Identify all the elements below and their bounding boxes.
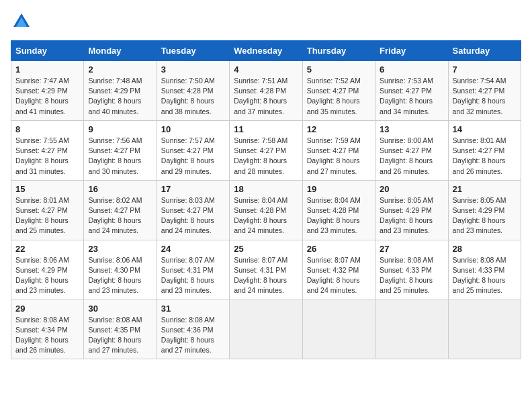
table-row: 27 Sunrise: 8:08 AM Sunset: 4:33 PM Dayl…: [375, 240, 448, 300]
table-row: 26 Sunrise: 8:07 AM Sunset: 4:32 PM Dayl…: [302, 240, 375, 300]
day-number: 23: [88, 244, 152, 254]
day-info: Sunrise: 8:03 AM Sunset: 4:27 PM Dayligh…: [161, 195, 225, 236]
table-row: 4 Sunrise: 7:51 AM Sunset: 4:28 PM Dayli…: [230, 61, 302, 121]
day-number: 6: [380, 64, 443, 75]
column-header-saturday: Saturday: [448, 41, 521, 61]
calendar-week-3: 15 Sunrise: 8:01 AM Sunset: 4:27 PM Dayl…: [11, 180, 521, 240]
day-number: 8: [15, 124, 79, 134]
calendar-table: SundayMondayTuesdayWednesdayThursdayFrid…: [11, 40, 521, 359]
table-row: 12 Sunrise: 7:59 AM Sunset: 4:27 PM Dayl…: [302, 120, 375, 180]
day-number: 15: [15, 184, 79, 194]
table-row: 13 Sunrise: 8:00 AM Sunset: 4:27 PM Dayl…: [375, 120, 448, 180]
day-number: 14: [453, 124, 517, 134]
table-row: 16 Sunrise: 8:02 AM Sunset: 4:27 PM Dayl…: [84, 180, 157, 240]
day-number: 11: [234, 124, 298, 134]
day-info: Sunrise: 7:55 AM Sunset: 4:27 PM Dayligh…: [15, 136, 79, 177]
day-info: Sunrise: 7:56 AM Sunset: 4:27 PM Dayligh…: [88, 136, 152, 177]
day-number: 10: [161, 124, 225, 134]
day-number: 13: [380, 124, 443, 134]
table-row: [230, 300, 302, 359]
day-number: 25: [234, 244, 298, 254]
table-row: 30 Sunrise: 8:08 AM Sunset: 4:35 PM Dayl…: [84, 300, 157, 359]
day-number: 26: [307, 244, 371, 254]
table-row: 6 Sunrise: 7:53 AM Sunset: 4:27 PM Dayli…: [375, 61, 448, 121]
day-info: Sunrise: 7:57 AM Sunset: 4:27 PM Dayligh…: [161, 136, 225, 177]
column-header-wednesday: Wednesday: [230, 41, 302, 61]
table-row: 19 Sunrise: 8:04 AM Sunset: 4:28 PM Dayl…: [302, 180, 375, 240]
day-info: Sunrise: 8:04 AM Sunset: 4:28 PM Dayligh…: [307, 195, 371, 236]
column-header-monday: Monday: [84, 41, 157, 61]
day-number: 30: [88, 304, 152, 314]
table-row: [375, 300, 448, 359]
day-number: 19: [307, 184, 371, 194]
calendar-week-2: 8 Sunrise: 7:55 AM Sunset: 4:27 PM Dayli…: [11, 120, 521, 180]
column-header-sunday: Sunday: [11, 41, 84, 61]
table-row: 22 Sunrise: 8:06 AM Sunset: 4:29 PM Dayl…: [11, 240, 84, 300]
table-row: [448, 300, 521, 359]
table-row: 21 Sunrise: 8:05 AM Sunset: 4:29 PM Dayl…: [448, 180, 521, 240]
day-number: 4: [234, 64, 298, 75]
day-info: Sunrise: 8:00 AM Sunset: 4:27 PM Dayligh…: [380, 136, 443, 177]
table-row: 25 Sunrise: 8:07 AM Sunset: 4:31 PM Dayl…: [230, 240, 302, 300]
table-row: 8 Sunrise: 7:55 AM Sunset: 4:27 PM Dayli…: [11, 120, 84, 180]
table-row: 15 Sunrise: 8:01 AM Sunset: 4:27 PM Dayl…: [11, 180, 84, 240]
day-number: 1: [15, 64, 79, 75]
table-row: 18 Sunrise: 8:04 AM Sunset: 4:28 PM Dayl…: [230, 180, 302, 240]
table-row: 28 Sunrise: 8:08 AM Sunset: 4:33 PM Dayl…: [448, 240, 521, 300]
table-row: 7 Sunrise: 7:54 AM Sunset: 4:27 PM Dayli…: [448, 61, 521, 121]
day-info: Sunrise: 7:53 AM Sunset: 4:27 PM Dayligh…: [380, 76, 443, 117]
day-number: 20: [380, 184, 443, 194]
table-row: 2 Sunrise: 7:48 AM Sunset: 4:29 PM Dayli…: [84, 61, 157, 121]
day-info: Sunrise: 8:07 AM Sunset: 4:31 PM Dayligh…: [161, 255, 225, 296]
day-number: 28: [453, 244, 517, 254]
logo-icon: [11, 11, 32, 32]
day-number: 2: [88, 64, 152, 75]
table-row: 29 Sunrise: 8:08 AM Sunset: 4:34 PM Dayl…: [11, 300, 84, 359]
table-row: 9 Sunrise: 7:56 AM Sunset: 4:27 PM Dayli…: [84, 120, 157, 180]
table-row: 11 Sunrise: 7:58 AM Sunset: 4:27 PM Dayl…: [230, 120, 302, 180]
logo: [11, 11, 35, 32]
day-number: 5: [307, 64, 371, 75]
table-row: 14 Sunrise: 8:01 AM Sunset: 4:27 PM Dayl…: [448, 120, 521, 180]
day-info: Sunrise: 8:06 AM Sunset: 4:30 PM Dayligh…: [88, 255, 152, 296]
day-number: 3: [161, 64, 225, 75]
day-info: Sunrise: 8:07 AM Sunset: 4:32 PM Dayligh…: [307, 255, 371, 296]
table-row: 24 Sunrise: 8:07 AM Sunset: 4:31 PM Dayl…: [157, 240, 229, 300]
day-info: Sunrise: 7:59 AM Sunset: 4:27 PM Dayligh…: [307, 136, 371, 177]
table-row: 31 Sunrise: 8:08 AM Sunset: 4:36 PM Dayl…: [157, 300, 229, 359]
day-info: Sunrise: 8:08 AM Sunset: 4:36 PM Dayligh…: [161, 315, 225, 356]
day-number: 31: [161, 304, 225, 314]
day-info: Sunrise: 8:08 AM Sunset: 4:34 PM Dayligh…: [15, 315, 79, 356]
day-info: Sunrise: 8:05 AM Sunset: 4:29 PM Dayligh…: [453, 195, 517, 236]
day-number: 17: [161, 184, 225, 194]
calendar-week-5: 29 Sunrise: 8:08 AM Sunset: 4:34 PM Dayl…: [11, 300, 521, 359]
day-info: Sunrise: 7:54 AM Sunset: 4:27 PM Dayligh…: [453, 76, 517, 117]
day-info: Sunrise: 8:01 AM Sunset: 4:27 PM Dayligh…: [453, 136, 517, 177]
column-header-tuesday: Tuesday: [157, 41, 229, 61]
column-header-friday: Friday: [375, 41, 448, 61]
day-info: Sunrise: 8:01 AM Sunset: 4:27 PM Dayligh…: [15, 195, 79, 236]
column-header-thursday: Thursday: [302, 41, 375, 61]
day-info: Sunrise: 8:02 AM Sunset: 4:27 PM Dayligh…: [88, 195, 152, 236]
day-info: Sunrise: 7:47 AM Sunset: 4:29 PM Dayligh…: [15, 76, 79, 117]
day-number: 18: [234, 184, 298, 194]
day-number: 7: [453, 64, 517, 75]
day-info: Sunrise: 8:06 AM Sunset: 4:29 PM Dayligh…: [15, 255, 79, 296]
day-info: Sunrise: 7:51 AM Sunset: 4:28 PM Dayligh…: [234, 76, 298, 117]
day-info: Sunrise: 7:50 AM Sunset: 4:28 PM Dayligh…: [161, 76, 225, 117]
day-number: 16: [88, 184, 152, 194]
day-info: Sunrise: 8:08 AM Sunset: 4:35 PM Dayligh…: [88, 315, 152, 356]
table-row: 3 Sunrise: 7:50 AM Sunset: 4:28 PM Dayli…: [157, 61, 229, 121]
day-number: 29: [15, 304, 79, 314]
day-info: Sunrise: 8:08 AM Sunset: 4:33 PM Dayligh…: [380, 255, 443, 296]
day-info: Sunrise: 7:52 AM Sunset: 4:27 PM Dayligh…: [307, 76, 371, 117]
day-info: Sunrise: 8:08 AM Sunset: 4:33 PM Dayligh…: [453, 255, 517, 296]
table-row: 10 Sunrise: 7:57 AM Sunset: 4:27 PM Dayl…: [157, 120, 229, 180]
day-number: 21: [453, 184, 517, 194]
table-row: 5 Sunrise: 7:52 AM Sunset: 4:27 PM Dayli…: [302, 61, 375, 121]
day-info: Sunrise: 8:07 AM Sunset: 4:31 PM Dayligh…: [234, 255, 298, 296]
day-info: Sunrise: 8:04 AM Sunset: 4:28 PM Dayligh…: [234, 195, 298, 236]
day-info: Sunrise: 8:05 AM Sunset: 4:29 PM Dayligh…: [380, 195, 443, 236]
table-row: 1 Sunrise: 7:47 AM Sunset: 4:29 PM Dayli…: [11, 61, 84, 121]
day-info: Sunrise: 7:48 AM Sunset: 4:29 PM Dayligh…: [88, 76, 152, 117]
